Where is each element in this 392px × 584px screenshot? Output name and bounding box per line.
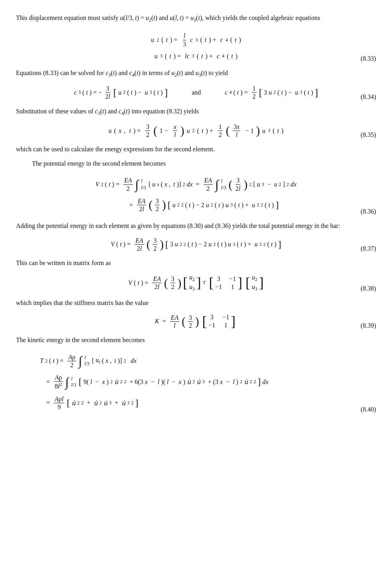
text-potential-intro: The potential energy in the second eleme… — [16, 158, 376, 169]
equation-8-40-block: T2(t) = Aρ2 ∫ l l/3 [ut(x, t)]2 dx = Aρ8… — [16, 351, 376, 413]
eq-number-8-36: (8.36) — [360, 208, 376, 215]
equation-8-33-block: u2(t) = l3 c3(t) + c4(t) u3(t) = lc3(t) … — [16, 30, 376, 62]
equation-8-39-block: K = EAl ( 32 ) [ 3−1 −11 ] (8.39) — [16, 314, 376, 329]
eq-number-8-40: (8.40) — [360, 406, 376, 413]
text-matrix-form: This can be written in matrix form as — [16, 258, 376, 268]
text-implies: which implies that the stiffness matrix … — [16, 298, 376, 308]
eq-number-8-39: (8.39) — [360, 322, 376, 329]
eq-number-8-35: (8.35) — [360, 131, 376, 139]
eq-number-8-33: (8.33) — [360, 55, 376, 62]
eq-number-8-38: (8.38) — [360, 285, 376, 292]
intro-paragraph: This displacement equation must satisfy … — [16, 13, 376, 24]
text-which-can: which can be used to calculate the energ… — [16, 144, 376, 154]
text-substitution: Substitution of these values of c3(t) an… — [16, 106, 376, 117]
equation-8-37-block: V(t) = EA2l ( 32 ) [ 3u22(t) − 2u2(t)u3(… — [16, 237, 376, 252]
equation-8-35-block: u(x, t) = 32 ( 1 − xl ) u2(t) + 12 ( 3xl… — [16, 123, 376, 139]
text-adding: Adding the potential energy in each elem… — [16, 221, 376, 231]
text-kinetic: The kinetic energy in the second element… — [16, 335, 376, 345]
eq-number-8-34: (8.34) — [360, 93, 376, 101]
equation-8-38-block: V(t) = EA2l ( 32 ) [ u2 u3 ] T [ 3−1 −11… — [16, 274, 376, 292]
text-eq33-desc: Equations (8.33) can be solved for c3(t)… — [16, 68, 376, 79]
equation-8-36-block: V2(t) = EA2 ∫ l l/3 [ux(x, t)]2dx = EA2 … — [16, 174, 376, 215]
eq-number-8-37: (8.37) — [360, 245, 376, 252]
equation-8-34-block: c3(t) = − 32l [ u2(t) − u3(t) ] and c4(t… — [16, 85, 376, 100]
